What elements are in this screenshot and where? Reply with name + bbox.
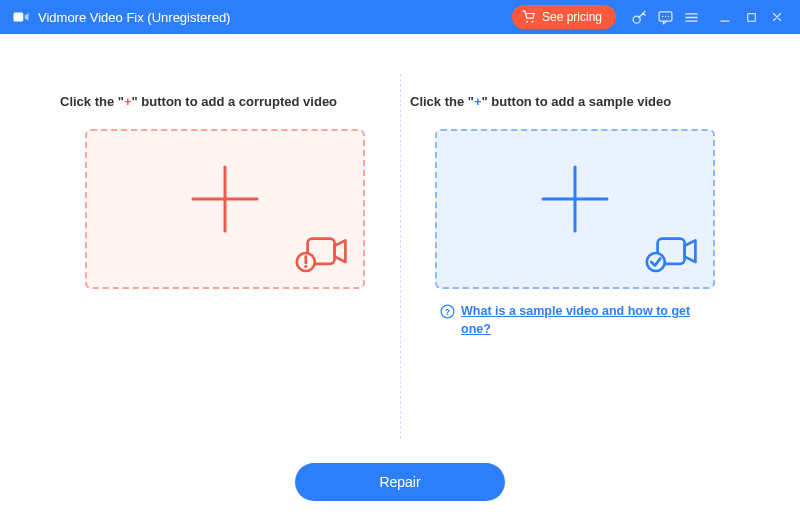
repair-button[interactable]: Repair (295, 463, 505, 501)
sample-panel-title: Click the "+" button to add a sample vid… (410, 94, 740, 109)
app-logo-icon (12, 8, 30, 26)
svg-point-13 (647, 253, 665, 271)
svg-point-2 (532, 21, 534, 23)
minimize-icon[interactable] (712, 4, 738, 30)
add-corrupted-video-dropzone[interactable] (85, 129, 365, 289)
corrupted-video-panel: Click the "+" button to add a corrupted … (60, 129, 390, 289)
add-sample-video-dropzone[interactable] (435, 129, 715, 289)
svg-point-5 (661, 15, 662, 16)
plus-icon (185, 159, 265, 243)
chat-icon[interactable] (652, 4, 678, 30)
title-text: Click the " (60, 94, 124, 109)
see-pricing-label: See pricing (542, 10, 602, 24)
svg-point-1 (526, 21, 528, 23)
plus-icon-inline: + (124, 94, 132, 109)
plus-icon-inline: + (474, 94, 482, 109)
main-content: Click the "+" button to add a corrupted … (0, 34, 800, 449)
svg-point-6 (664, 15, 665, 16)
corrupted-panel-title: Click the "+" button to add a corrupted … (60, 94, 390, 109)
svg-point-11 (304, 265, 307, 268)
see-pricing-button[interactable]: See pricing (512, 5, 616, 29)
cart-icon (522, 10, 536, 24)
titlebar: Vidmore Video Fix (Unregistered) See pri… (0, 0, 800, 34)
svg-point-7 (667, 15, 668, 16)
vertical-divider (400, 74, 401, 439)
plus-icon (535, 159, 615, 243)
menu-icon[interactable] (678, 4, 704, 30)
close-icon[interactable] (764, 4, 790, 30)
sample-video-panel: Click the "+" button to add a sample vid… (410, 129, 740, 338)
question-icon: ? (440, 304, 455, 322)
svg-text:?: ? (445, 308, 450, 317)
key-icon[interactable] (626, 4, 652, 30)
sample-video-help-link[interactable]: What is a sample video and how to get on… (461, 303, 720, 338)
title-text: Click the " (410, 94, 474, 109)
window-title: Vidmore Video Fix (Unregistered) (38, 10, 230, 25)
title-text: " button to add a sample video (482, 94, 672, 109)
footer: Repair (0, 463, 800, 501)
maximize-icon[interactable] (738, 4, 764, 30)
camera-error-icon (295, 233, 349, 277)
title-text: " button to add a corrupted video (132, 94, 338, 109)
sample-video-helper: ? What is a sample video and how to get … (410, 303, 740, 338)
svg-rect-0 (14, 13, 24, 22)
svg-rect-8 (747, 13, 755, 21)
camera-check-icon (645, 233, 699, 277)
